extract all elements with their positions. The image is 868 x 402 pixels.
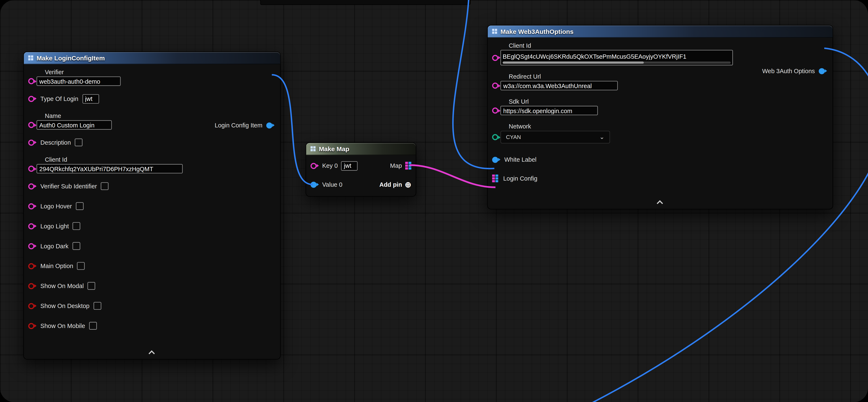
name-input[interactable] [36,120,112,130]
node-make-map[interactable]: Make Map Key 0 Map Value 0 [306,142,416,197]
node-header[interactable]: Make Map [306,143,416,155]
pin-label: Logo Light [40,223,69,229]
add-pin-button[interactable]: Add pin ⊕ [379,181,411,189]
pin-group-verifier: Verifier [28,69,276,86]
network-value: CYAN [506,134,521,140]
node-title: Make Map [319,145,349,152]
pin-group-sdk-url: Sdk Url [492,98,828,115]
pin-group-network: Network CYAN ⌄ [492,123,828,144]
pin-label: Show On Desktop [40,303,90,309]
pin-label: Verifier [45,69,276,76]
collapse-chevron-icon[interactable] [656,200,663,206]
pin-label: Client Id [45,156,276,163]
pin-label: Login Config [503,175,537,182]
show-on-desktop-pin[interactable] [28,303,34,309]
client-id-input[interactable] [503,52,731,61]
redirect-url-pin[interactable] [492,83,498,89]
pin-label: Value 0 [322,181,342,188]
pin-row-logo-light: Logo Light [28,220,276,232]
output-login-config-item[interactable]: Login Config Item [215,122,275,129]
login-config-item-pin[interactable] [267,122,273,128]
pin-row-description: Description [28,136,276,148]
wire-map-to-loginconfig [410,165,495,187]
node-header[interactable]: Make LoginConfigItem [24,52,280,64]
node-header[interactable]: Make Web3AuthOptions [488,25,833,38]
white-label-pin[interactable] [492,156,498,163]
client-id-input[interactable] [36,164,183,173]
type-of-login-pin[interactable] [28,96,34,102]
add-pin-icon: ⊕ [405,181,411,189]
client-id-box[interactable] [500,50,733,65]
pin-label: Show On Modal [40,283,84,289]
pin-label: Logo Dark [40,242,68,249]
pin-label: Key 0 [322,162,338,169]
show-on-modal-checkbox[interactable] [88,282,95,290]
logo-light-input[interactable] [73,222,81,230]
make-struct-icon [492,29,497,34]
verifier-input[interactable] [36,77,121,86]
pin-row-logo-hover: Logo Hover [28,200,276,212]
key0-pin[interactable] [310,163,317,169]
network-pin[interactable] [492,134,498,140]
client-id-pin[interactable] [492,55,498,61]
collapse-chevron-icon[interactable] [148,350,155,356]
description-pin[interactable] [28,139,34,145]
redirect-url-input[interactable] [500,81,618,90]
blueprint-graph-canvas[interactable]: Make LoginConfigItem Login Config Item V… [0,0,868,402]
chevron-down-icon: ⌄ [599,134,604,140]
client-id-pin[interactable] [28,166,34,172]
value0-pin[interactable] [310,181,317,188]
network-dropdown[interactable]: CYAN ⌄ [500,131,610,144]
login-config-pin[interactable] [492,174,498,182]
client-id-scrollbar[interactable] [503,62,731,64]
pin-label: Logo Hover [40,203,72,209]
pin-label: White Label [504,156,536,163]
pin-group-client-id: Client Id [492,42,828,65]
pin-label: Network [509,123,828,130]
pin-label: Sdk Url [509,98,828,105]
output-pin-label: Web 3Auth Options [762,67,815,74]
pin-row-logo-dark: Logo Dark [28,240,276,252]
map-output-pin[interactable] [405,162,411,169]
verifier-pin[interactable] [28,78,34,84]
node-make-loginconfigitem[interactable]: Make LoginConfigItem Login Config Item V… [23,52,281,360]
show-on-mobile-pin[interactable] [28,323,34,329]
add-pin-label: Add pin [379,181,402,188]
show-on-mobile-checkbox[interactable] [89,322,97,330]
output-web3auth-options[interactable]: Web 3Auth Options [762,67,827,74]
web3auth-options-pin[interactable] [818,68,825,74]
pin-row-main-option: Main Option [28,260,276,272]
pin-label: Name [45,113,276,119]
main-option-pin[interactable] [28,263,34,269]
description-input[interactable] [75,139,83,146]
pin-label: Client Id [509,42,828,49]
pin-row-type-of-login: Type Of Login [28,92,276,105]
sdk-url-input[interactable] [500,106,598,115]
pin-row-show-on-mobile: Show On Mobile [28,320,276,332]
node-make-web3authoptions[interactable]: Make Web3AuthOptions Web 3Auth Options C… [487,25,833,210]
logo-dark-input[interactable] [72,242,80,250]
pin-label: Verifier Sub Identifier [40,183,97,190]
pin-label: Show On Mobile [40,322,85,329]
logo-dark-pin[interactable] [28,243,34,249]
show-on-desktop-checkbox[interactable] [93,302,101,310]
sdk-url-pin[interactable] [492,108,498,114]
node-title: Make LoginConfigItem [36,55,105,61]
pin-row-show-on-desktop: Show On Desktop [28,300,276,312]
key0-input[interactable] [341,161,358,171]
logo-hover-pin[interactable] [28,203,34,209]
main-option-checkbox[interactable] [77,262,85,270]
logo-light-pin[interactable] [28,223,34,229]
pin-group-client-id: Client Id [28,156,276,173]
partial-node-top[interactable] [260,0,470,5]
show-on-modal-pin[interactable] [28,283,34,289]
verifier-sub-identifier-input[interactable] [101,182,108,190]
type-of-login-input[interactable] [82,94,99,104]
name-pin[interactable] [28,122,34,128]
pin-label: Description [40,139,71,146]
verifier-sub-identifier-pin[interactable] [28,183,34,189]
pin-row-white-label: White Label [492,153,828,166]
make-struct-icon [28,56,33,61]
pin-row-login-config: Login Config [492,172,828,184]
logo-hover-input[interactable] [76,202,84,210]
